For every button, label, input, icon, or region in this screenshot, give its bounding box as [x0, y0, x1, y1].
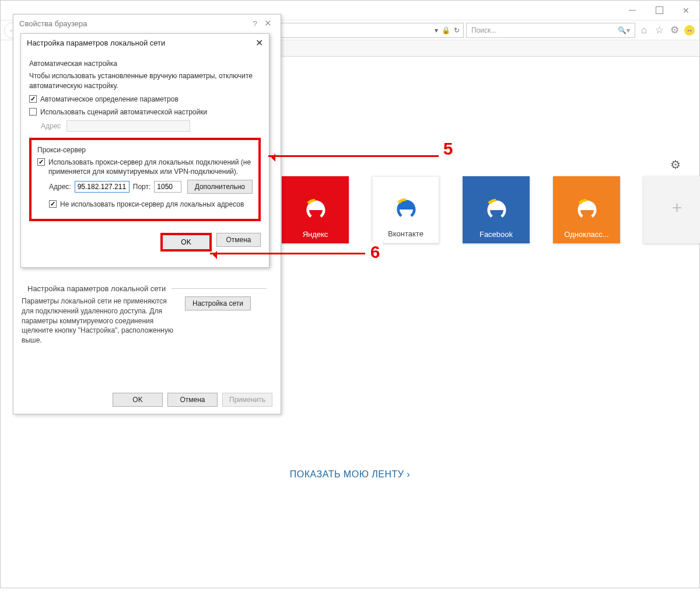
lan-dialog-body: Автоматическая настройка Чтобы использов… — [21, 51, 269, 260]
advanced-button[interactable]: Дополнительно — [187, 180, 253, 194]
use-script-checkbox[interactable] — [29, 108, 37, 116]
ok-button[interactable]: OK — [160, 233, 212, 252]
show-feed-link[interactable]: ПОКАЗАТЬ МОЮ ЛЕНТУ — [0, 469, 700, 480]
help-button[interactable]: ? — [249, 19, 261, 28]
tile-label: Яндекс — [303, 230, 328, 239]
page-settings-icon[interactable]: ⚙ — [670, 158, 683, 170]
search-input[interactable]: Поиск... 🔍▾ — [466, 23, 635, 38]
plus-icon: + — [672, 198, 682, 218]
proxy-address-input[interactable]: 95.182.127.211 — [75, 181, 130, 193]
lan-section-label: Настройка параметров локальной сети — [22, 281, 272, 296]
proxy-section-highlight: Прокси-сервер Использовать прокси-сервер… — [29, 138, 261, 221]
ie-icon — [303, 197, 328, 223]
tile-label: Facebook — [480, 230, 513, 239]
lan-settings-dialog: Настройка параметров локальной сети ✕ Ав… — [20, 33, 270, 268]
feedback-icon[interactable]: •• — [683, 24, 696, 37]
proxy-address-label: Адрес: — [49, 183, 71, 191]
gear-icon[interactable]: ⚙ — [668, 24, 681, 37]
favorites-icon[interactable]: ☆ — [653, 24, 666, 37]
proxy-port-label: Порт: — [133, 183, 151, 191]
apply-button: Применить — [222, 393, 272, 407]
script-address-label: Адрес — [41, 122, 61, 130]
close-button[interactable]: ✕ — [261, 18, 275, 29]
search-placeholder: Поиск... — [471, 26, 496, 34]
lock-icon: 🔒 — [442, 26, 450, 34]
auto-detect-checkbox[interactable] — [29, 95, 37, 103]
dialog-title: Свойства браузера — [19, 19, 87, 28]
tile-label: Вконтакте — [388, 229, 424, 238]
tile-label: Однокласс... — [564, 230, 608, 239]
lan-description: Параметры локальной сети не применяются … — [22, 296, 173, 345]
lan-dialog-buttons: OK Отмена — [29, 233, 261, 252]
bypass-local-checkbox[interactable] — [49, 200, 57, 208]
auto-detect-label: Автоматическое определение параметров — [40, 95, 178, 104]
auto-config-label: Автоматическая настройка — [29, 60, 261, 68]
chevron-down-icon[interactable]: ▾ — [435, 26, 438, 34]
tile-facebook[interactable]: Facebook — [463, 176, 530, 243]
ie-icon — [574, 197, 600, 223]
ie-icon — [484, 197, 509, 223]
script-address-input — [66, 120, 190, 132]
ie-icon — [393, 197, 419, 222]
bypass-local-label: Не использовать прокси-сервер для локаль… — [60, 200, 244, 209]
window-minimize-button[interactable] — [619, 1, 646, 20]
lan-settings-button[interactable]: Настройка сети — [185, 296, 251, 310]
tile-yandex[interactable]: Яндекс — [282, 176, 349, 243]
tile-odnoklassniki[interactable]: Однокласс... — [553, 176, 620, 243]
proxy-port-input[interactable]: 1050 — [154, 181, 181, 193]
home-icon[interactable]: ⌂ — [638, 24, 650, 37]
tile-add[interactable]: + — [643, 176, 700, 243]
use-script-label: Использовать сценарий автоматической нас… — [40, 107, 207, 117]
search-icon[interactable]: 🔍▾ — [618, 26, 630, 34]
cancel-button[interactable]: Отмена — [216, 233, 261, 247]
window-maximize-button[interactable] — [646, 1, 673, 20]
smile-icon: •• — [684, 25, 695, 36]
window-close-button[interactable] — [673, 1, 699, 20]
dialog-titlebar: Свойства браузера ? ✕ — [13, 15, 281, 32]
tile-vkontakte[interactable]: Вконтакте — [372, 176, 439, 243]
cancel-button[interactable]: Отмена — [167, 393, 218, 407]
lan-dialog-title: Настройка параметров локальной сети — [27, 39, 165, 47]
auto-config-note: Чтобы использовать установленные вручную… — [29, 71, 261, 91]
use-proxy-checkbox[interactable] — [37, 158, 45, 166]
ok-button[interactable]: OK — [113, 393, 163, 407]
close-button[interactable]: ✕ — [256, 37, 263, 48]
dialog-buttons: OK Отмена Применить — [113, 393, 272, 407]
proxy-section-label: Прокси-сервер — [37, 146, 253, 154]
use-proxy-label: Использовать прокси-сервер для локальных… — [48, 158, 253, 176]
lan-dialog-titlebar: Настройка параметров локальной сети ✕ — [21, 34, 269, 51]
refresh-icon[interactable]: ↻ — [454, 26, 460, 34]
